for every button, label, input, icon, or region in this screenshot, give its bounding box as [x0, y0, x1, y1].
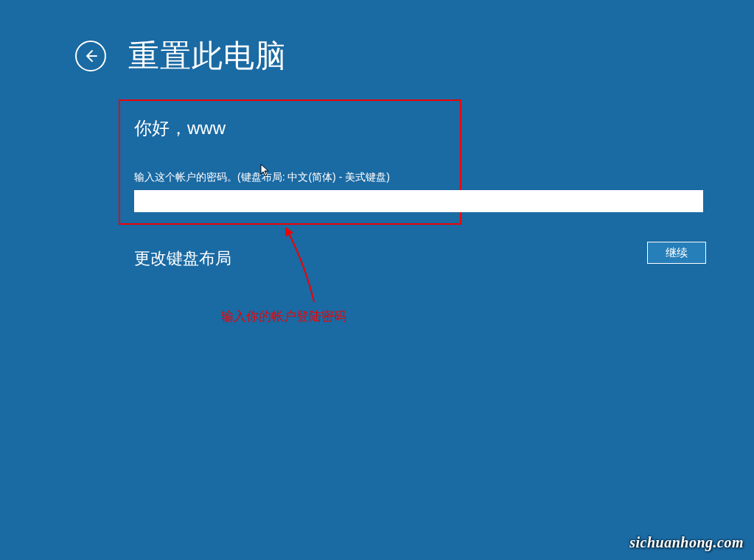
page-title: 重置此电脑	[128, 35, 287, 77]
continue-button-label: 继续	[666, 246, 688, 260]
annotation-text: 输入你的帐户登陆密码	[221, 308, 346, 325]
back-button[interactable]	[75, 41, 106, 71]
arrow-left-icon	[83, 48, 99, 64]
continue-button[interactable]: 继续	[647, 242, 706, 264]
password-input[interactable]	[134, 190, 703, 212]
watermark: sichuanhong.com	[629, 534, 744, 551]
password-label: 输入这个帐户的密码。(键盘布局: 中文(简体) - 美式键盘)	[134, 171, 705, 184]
change-keyboard-layout-link[interactable]: 更改键盘布局	[134, 248, 231, 270]
greeting-text: 你好，www	[134, 116, 705, 140]
